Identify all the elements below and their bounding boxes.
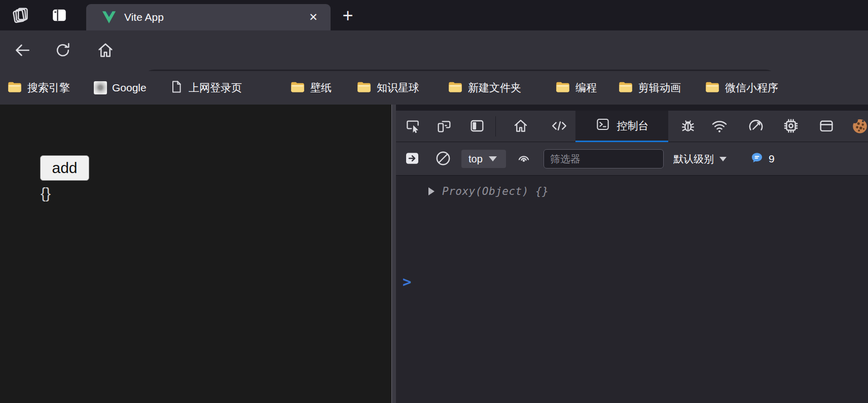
- folder-icon: [618, 80, 633, 96]
- wifi-icon: [711, 117, 728, 136]
- instant-evaluation-button[interactable]: [514, 149, 534, 169]
- page-icon: [169, 80, 184, 96]
- add-button[interactable]: add: [40, 155, 89, 181]
- sidebar-icon: [51, 7, 68, 25]
- close-tab-button[interactable]: ✕: [304, 8, 322, 26]
- devtools-storage-tab[interactable]: [815, 115, 838, 138]
- main-area: add {}: [0, 105, 868, 403]
- devtools-splitter[interactable]: [391, 105, 396, 403]
- devtools-console-tab[interactable]: 控制台: [575, 111, 668, 142]
- element-picker-icon: [405, 118, 421, 136]
- bookmark-google[interactable]: Google: [94, 71, 147, 105]
- console-prompt[interactable]: >: [403, 273, 411, 290]
- dock-sidebar-button[interactable]: [466, 115, 488, 138]
- home-icon: [96, 41, 115, 61]
- devtools-tab-separator: [495, 116, 496, 137]
- tab-stack-icon: [12, 6, 30, 26]
- folder-icon: [448, 80, 463, 96]
- devtools-panel: 控制台: [396, 105, 868, 403]
- tab-title: Vite App: [124, 11, 164, 23]
- bookmark-folder[interactable]: 壁纸: [290, 71, 332, 105]
- element-picker-button[interactable]: [402, 115, 424, 138]
- eye-icon: [516, 150, 532, 168]
- devtools-inspector-tab[interactable]: [548, 115, 570, 138]
- speech-bubble-icon: [750, 151, 764, 167]
- chevron-down-icon: [489, 156, 497, 161]
- message-count: 9: [769, 153, 775, 165]
- bookmark-label: 知识星球: [377, 81, 419, 95]
- folder-icon: [7, 80, 22, 96]
- responsive-design-button[interactable]: [433, 115, 455, 138]
- google-favicon: [94, 81, 107, 94]
- folder-icon: [555, 80, 570, 96]
- bookmark-label: 微信小程序: [725, 81, 778, 95]
- console-output: Proxy(Object) {} >: [396, 176, 868, 403]
- bookmark-folder[interactable]: 微信小程序: [705, 71, 778, 105]
- bookmark-label: Google: [112, 82, 147, 94]
- new-tab-button[interactable]: +: [336, 4, 360, 27]
- console-terminal-icon: [595, 117, 610, 135]
- vue-favicon: [101, 10, 117, 24]
- bookmark-folder[interactable]: 知识星球: [356, 71, 419, 105]
- devtools-top-divider: [396, 105, 868, 111]
- devtools-memory-tab[interactable]: [780, 115, 802, 138]
- gauge-icon: [747, 117, 765, 136]
- browser-tab[interactable]: Vite App ✕: [86, 4, 331, 30]
- message-count-badge[interactable]: 9: [750, 142, 775, 176]
- responsive-design-icon: [436, 118, 452, 136]
- back-button[interactable]: [12, 41, 32, 61]
- bookmark-folder[interactable]: 新建文件夹: [448, 71, 521, 105]
- devtools-tab-bar: 控制台: [396, 111, 868, 142]
- browser-window: Vite App ✕ +: [0, 0, 868, 403]
- reload-icon: [54, 41, 72, 61]
- console-toolbar: top 默认级别: [396, 142, 868, 176]
- boxed-arrow-icon: [404, 150, 420, 168]
- folder-icon: [290, 80, 305, 96]
- evaluation-context-selector[interactable]: top: [461, 150, 506, 168]
- cookie-extension-tab[interactable]: [849, 115, 868, 138]
- bug-icon: [680, 118, 696, 136]
- console-tab-label: 控制台: [617, 119, 649, 133]
- home-button[interactable]: [95, 41, 116, 61]
- tab-overview-button[interactable]: [10, 6, 31, 26]
- navigation-toolbar: localhost :5173 aあ: [0, 30, 868, 71]
- folder-icon: [705, 80, 720, 96]
- devtools-home-tab[interactable]: [510, 115, 532, 138]
- sidebar-toggle-button[interactable]: [49, 6, 70, 26]
- bookmark-label: 壁纸: [310, 81, 332, 95]
- devtools-debugger-tab[interactable]: [677, 115, 699, 138]
- home-icon: [513, 118, 529, 136]
- bookmark-label: 编程: [575, 81, 597, 95]
- chevron-down-icon: [719, 157, 727, 161]
- chip-icon: [782, 117, 800, 136]
- folder-icon: [356, 80, 372, 96]
- bookmark-folder[interactable]: 剪辑动画: [618, 71, 681, 105]
- back-arrow-icon: [13, 41, 32, 61]
- devtools-performance-tab[interactable]: [745, 115, 767, 138]
- code-brackets-icon: [551, 117, 568, 136]
- console-message-row: Proxy(Object) {}: [396, 182, 868, 201]
- storage-icon: [818, 117, 835, 136]
- context-label: top: [468, 153, 483, 165]
- console-message-text[interactable]: Proxy(Object) {}: [442, 185, 549, 197]
- bookmark-folder[interactable]: 搜索引擎: [7, 71, 70, 105]
- bookmark-label: 新建文件夹: [468, 81, 521, 95]
- object-output-text: {}: [41, 185, 51, 202]
- expand-arrow-icon[interactable]: [428, 187, 435, 195]
- console-filter-input[interactable]: [544, 149, 664, 169]
- log-level-selector[interactable]: 默认级别: [673, 142, 727, 176]
- log-level-label: 默认级别: [673, 152, 714, 166]
- bookmarks-bar: 搜索引擎 Google 上网登录页 壁纸 知识星球 新建文件夹 编程 剪辑动画: [0, 71, 868, 105]
- dock-sidebar-icon: [469, 118, 485, 136]
- bookmark-folder[interactable]: 编程: [555, 71, 597, 105]
- bookmark-page[interactable]: 上网登录页: [169, 71, 242, 105]
- reload-button[interactable]: [53, 41, 73, 61]
- enter-frame-button[interactable]: [402, 149, 422, 169]
- bookmark-label: 剪辑动画: [638, 81, 681, 95]
- tab-bar: Vite App ✕ +: [0, 0, 868, 30]
- page-content: add {}: [0, 105, 391, 403]
- clear-console-button[interactable]: [433, 149, 453, 169]
- devtools-network-tab[interactable]: [708, 115, 731, 138]
- bookmark-label: 上网登录页: [189, 81, 242, 95]
- cookie-icon: [851, 117, 868, 137]
